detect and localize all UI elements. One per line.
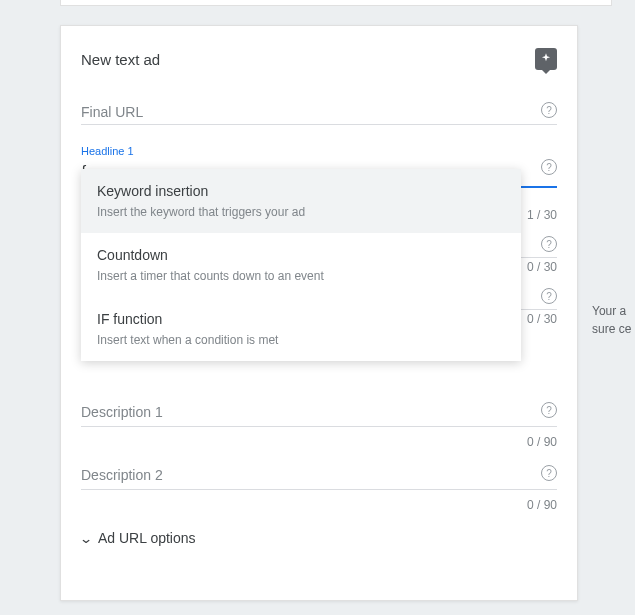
help-icon[interactable]: ? <box>541 288 557 304</box>
right-panel-hint: Your a sure ce <box>592 302 631 338</box>
dropdown-item-desc: Insert text when a condition is met <box>97 333 505 347</box>
top-sliver <box>60 0 612 6</box>
chevron-down-icon: ⌄ <box>79 531 93 546</box>
ad-url-options-toggle[interactable]: ⌄ Ad URL options <box>81 530 557 546</box>
headline-1-field[interactable]: Headline 1 { ? Keyword insertion Insert … <box>81 143 557 188</box>
description-1-counter: 0 / 90 <box>527 435 557 449</box>
description-1-field[interactable]: Description 1 ? <box>81 400 557 427</box>
ad-url-options-label: Ad URL options <box>98 530 196 546</box>
insertion-dropdown: Keyword insertion Insert the keyword tha… <box>81 169 521 361</box>
dropdown-item-title: Countdown <box>97 247 505 263</box>
headline-1-counter: 1 / 30 <box>527 208 557 222</box>
card-title: New text ad <box>81 51 160 68</box>
new-text-ad-card: New text ad Final URL ? Headline 1 { ? K… <box>60 25 578 601</box>
description-1-counter-row: 0 / 90 <box>81 427 557 455</box>
dropdown-item-countdown[interactable]: Countdown Insert a timer that counts dow… <box>81 233 521 297</box>
description-2-field[interactable]: Description 2 ? <box>81 463 557 490</box>
headline-1-label: Headline 1 <box>81 145 134 159</box>
dropdown-item-title: IF function <box>97 311 505 327</box>
help-icon[interactable]: ? <box>541 236 557 252</box>
final-url-field[interactable]: Final URL ? <box>81 100 557 125</box>
headline-2-counter: 0 / 30 <box>527 260 557 274</box>
card-header: New text ad <box>81 48 557 70</box>
help-icon[interactable]: ? <box>541 102 557 118</box>
help-icon[interactable]: ? <box>541 402 557 418</box>
help-icon[interactable]: ? <box>541 465 557 481</box>
dropdown-item-title: Keyword insertion <box>97 183 505 199</box>
right-panel-line2: sure ce <box>592 320 631 338</box>
dropdown-item-keyword-insertion[interactable]: Keyword insertion Insert the keyword tha… <box>81 169 521 233</box>
sparkle-icon <box>539 52 553 66</box>
dropdown-item-if-function[interactable]: IF function Insert text when a condition… <box>81 297 521 361</box>
description-2-placeholder: Description 2 <box>81 463 557 490</box>
final-url-placeholder: Final URL <box>81 100 557 125</box>
dropdown-item-desc: Insert the keyword that triggers your ad <box>97 205 505 219</box>
headline-3-counter: 0 / 30 <box>527 312 557 326</box>
right-panel-line1: Your a <box>592 302 631 320</box>
help-icon[interactable]: ? <box>541 159 557 175</box>
suggestion-badge[interactable] <box>535 48 557 70</box>
description-2-counter-row: 0 / 90 <box>81 490 557 518</box>
description-1-placeholder: Description 1 <box>81 400 557 427</box>
dropdown-item-desc: Insert a timer that counts down to an ev… <box>97 269 505 283</box>
description-2-counter: 0 / 90 <box>527 498 557 512</box>
